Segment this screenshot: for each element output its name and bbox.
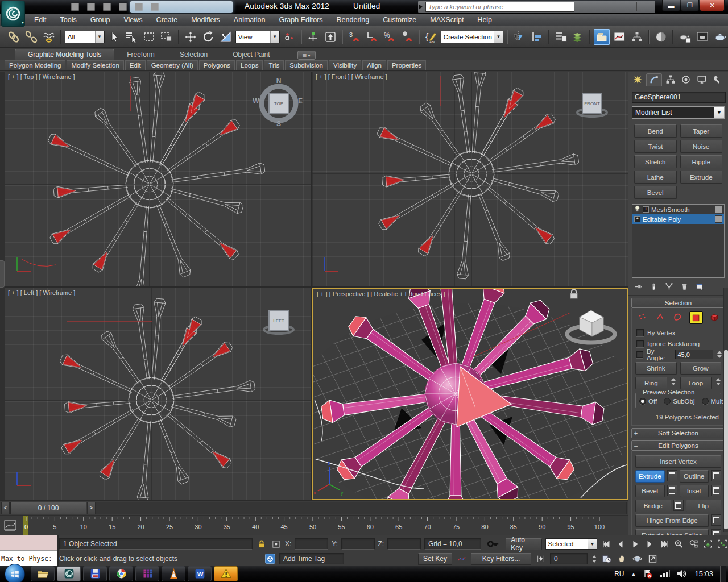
modifier-button-noise[interactable]: Noise xyxy=(680,140,723,153)
named-sets-combo[interactable]: Create Selection Se▼ xyxy=(441,31,503,43)
graphite-toggle-icon[interactable] xyxy=(594,29,610,45)
menu-tools[interactable]: Tools xyxy=(53,15,84,25)
subobject-element-icon[interactable] xyxy=(708,311,721,323)
scale-icon[interactable] xyxy=(218,29,234,45)
edit-polygons-header[interactable]: – Edit Polygons xyxy=(631,440,725,451)
search-icon[interactable] xyxy=(577,2,590,12)
taskbar-app-chrome[interactable] xyxy=(109,566,133,581)
move-icon[interactable] xyxy=(183,29,198,45)
render-setup-icon[interactable] xyxy=(677,29,693,45)
ring-button[interactable]: Ring xyxy=(635,377,667,389)
bevel-button[interactable]: Bevel xyxy=(635,485,665,497)
spinner-snap-icon[interactable] xyxy=(399,29,415,45)
ignore-backfacing-checkbox[interactable] xyxy=(636,340,644,347)
selection-rollout-header[interactable]: – Selection xyxy=(631,298,725,308)
menu-group[interactable]: Group xyxy=(84,15,117,25)
coord-field-y[interactable] xyxy=(341,538,375,550)
pivot-center-icon[interactable] xyxy=(282,29,297,45)
flip-button[interactable]: Flip xyxy=(686,500,722,512)
scene-explorer-icon[interactable] xyxy=(553,29,569,45)
expand-icon[interactable]: + xyxy=(634,216,640,222)
chevron-down-icon[interactable]: ▼ xyxy=(494,31,503,43)
menu-edit[interactable]: Edit xyxy=(27,15,53,25)
time-configuration-button[interactable] xyxy=(601,554,613,564)
toggle-key-mode-icon[interactable] xyxy=(485,539,503,550)
by-angle-checkbox[interactable] xyxy=(636,351,643,358)
menu-maxscript[interactable]: MAXScript xyxy=(423,15,470,25)
menu-views[interactable]: Views xyxy=(117,15,149,25)
maxscript-mini-listener[interactable]: Max to Physc: xyxy=(0,535,59,566)
absolute-offset-toggle-icon[interactable] xyxy=(271,539,282,550)
ribbon-tab-freeform[interactable]: Freeform xyxy=(114,49,167,60)
viewport-perspective[interactable]: [ + ] [ Perspective ] [ Realistic + Edge… xyxy=(312,288,628,500)
bevel-settings-button[interactable] xyxy=(667,485,677,496)
prev-frame-button[interactable] xyxy=(615,539,627,550)
viewport-top-label[interactable]: [ + ] [ Top ] [ Wireframe ] xyxy=(8,73,75,80)
add-time-tag-field[interactable]: Add Time Tag xyxy=(279,553,344,564)
shrink-button[interactable]: Shrink xyxy=(635,362,677,375)
command-panel-scrollbar[interactable] xyxy=(723,288,728,532)
ribbon-tab-selection[interactable]: Selection xyxy=(167,49,220,60)
curve-editor-icon[interactable] xyxy=(611,29,627,45)
stack-item-editable-poly[interactable]: +Editable Poly xyxy=(632,214,724,224)
modifier-toggle[interactable] xyxy=(715,206,722,213)
align-icon[interactable] xyxy=(529,29,545,45)
menu-modifiers[interactable]: Modifiers xyxy=(184,15,227,25)
inset-button[interactable]: Inset xyxy=(680,485,709,497)
key-filters-button[interactable]: Key Filters... xyxy=(471,553,531,565)
ribbon-minimize-button[interactable]: ▦ ▾ xyxy=(297,51,316,60)
hinge-from-edge-settings-button[interactable] xyxy=(711,514,721,526)
remove-modifier-icon[interactable] xyxy=(679,282,690,293)
menu-animation[interactable]: Animation xyxy=(227,15,272,25)
object-name-field[interactable] xyxy=(632,92,726,103)
frame-number-field[interactable]: 0 xyxy=(550,553,588,564)
panel-tab-hierarchy[interactable] xyxy=(663,73,678,86)
coord-field-x[interactable] xyxy=(295,538,328,550)
play-button[interactable] xyxy=(630,539,641,550)
subscription-key-icon[interactable] xyxy=(592,2,605,12)
select-object-icon[interactable] xyxy=(106,29,122,45)
zoom-button[interactable] xyxy=(673,539,685,550)
modifier-button-bevel[interactable]: Bevel xyxy=(634,186,677,199)
subobject-polygon-icon[interactable] xyxy=(689,311,703,324)
preview-subobj-radio[interactable]: SubObj xyxy=(664,398,694,405)
extrude-button[interactable]: Extrude xyxy=(635,470,665,483)
loop-spinner[interactable] xyxy=(715,377,721,386)
ribbon-panel-subdivision[interactable]: Subdivision xyxy=(285,60,328,70)
configure-sets-icon[interactable] xyxy=(694,282,705,293)
previous-frame-arrow[interactable]: < xyxy=(1,502,10,514)
modifier-button-taper[interactable]: Taper xyxy=(680,124,723,138)
layer-manager-icon[interactable] xyxy=(570,29,586,45)
show-desktop-button[interactable] xyxy=(720,566,726,582)
modifier-button-extrude[interactable]: Extrude xyxy=(680,171,723,184)
go-end-button[interactable] xyxy=(659,539,670,550)
inset-settings-button[interactable] xyxy=(711,485,721,496)
ref-coord-combo[interactable]: View▼ xyxy=(235,31,280,43)
window-crossing-icon[interactable] xyxy=(159,29,175,45)
material-editor-icon[interactable] xyxy=(653,29,669,45)
coord-field-z[interactable] xyxy=(387,538,421,550)
chevron-down-icon[interactable]: ▼ xyxy=(95,31,104,43)
preview-off-radio[interactable]: Off xyxy=(639,398,657,405)
clock[interactable]: 15:03 xyxy=(694,569,713,578)
minimize-button[interactable]: ▬ xyxy=(662,0,680,11)
set-key-button[interactable]: Set Key xyxy=(418,553,452,565)
time-slider-handle[interactable]: 0 / 100 xyxy=(10,502,86,514)
modifier-toggle[interactable] xyxy=(715,215,722,223)
redo-icon[interactable] xyxy=(132,1,146,13)
angle-snap-icon[interactable] xyxy=(364,29,380,45)
ribbon-panel-polygons[interactable]: Polygons xyxy=(199,60,235,70)
extrude-settings-button[interactable] xyxy=(667,470,677,481)
manipulate-icon[interactable] xyxy=(305,29,321,45)
bridge-settings-button[interactable] xyxy=(673,500,684,511)
menu-help[interactable]: Help xyxy=(470,15,499,25)
save-file-icon[interactable] xyxy=(100,1,114,13)
ribbon-panel-properties[interactable]: Properties xyxy=(387,60,426,70)
menu-create[interactable]: Create xyxy=(150,15,185,25)
pin-stack-icon[interactable] xyxy=(633,282,644,293)
panel-tab-motion[interactable] xyxy=(679,73,693,86)
panel-tab-modify[interactable] xyxy=(646,73,662,86)
kbd-override-icon[interactable] xyxy=(322,29,338,45)
subobject-vertex-icon[interactable] xyxy=(636,311,649,323)
pan-button[interactable] xyxy=(616,554,628,564)
